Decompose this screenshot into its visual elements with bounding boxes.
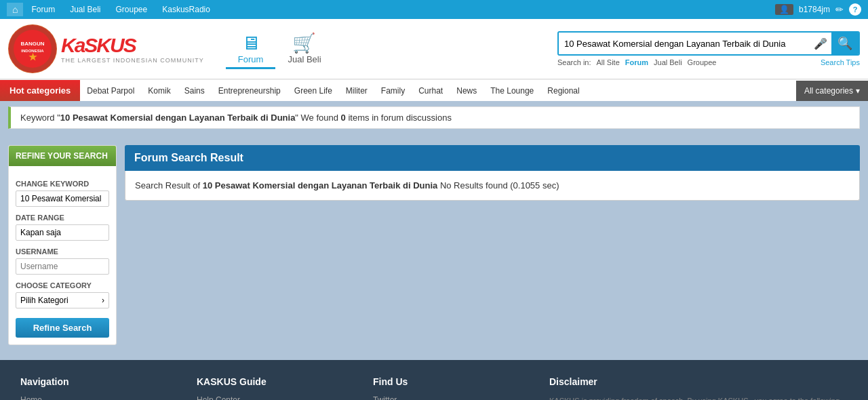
all-categories-button[interactable]: All categories ▾	[796, 81, 868, 101]
footer-twitter-link[interactable]: Twitter	[373, 395, 522, 400]
home-button[interactable]: ⌂	[7, 3, 23, 16]
cat-militer[interactable]: Militer	[339, 81, 374, 101]
edit-icon[interactable]: ✏	[835, 4, 844, 15]
username-label[interactable]: b1784jm	[799, 5, 830, 14]
search-button[interactable]: 🔍	[831, 33, 859, 54]
cat-regional[interactable]: Regional	[540, 81, 586, 101]
cat-debatparpol[interactable]: Debat Parpol	[80, 81, 141, 101]
top-nav-left: ⌂ Forum Jual Beli Groupee KaskusRadio	[7, 3, 217, 16]
footer-disclaimer: Disclaimer KASKUS is providing freedom o…	[549, 376, 848, 400]
cat-entrepreneurship[interactable]: Entrepreneurship	[212, 81, 288, 101]
refine-search-button[interactable]: Refine Search	[16, 318, 109, 338]
kaskus-logo: KaSKUS	[61, 34, 204, 57]
logo-area: BANGUN INDONESIA ★ KaSKUS THE LARGEST IN…	[8, 24, 204, 73]
refine-header: REFINE YOUR SEARCH	[9, 146, 116, 166]
cat-curhat[interactable]: Curhat	[412, 81, 450, 101]
svg-text:BANGUN: BANGUN	[20, 41, 44, 47]
search-in-label: Search in:	[557, 58, 591, 66]
search-keyword: 10 Pesawat Komersial dengan Layanan Terb…	[203, 180, 438, 191]
footer-findus: Find Us Twitter Facebook Youtube	[373, 376, 522, 400]
findus-title: Find Us	[373, 376, 522, 387]
category-placeholder: Pilih Kategori	[20, 296, 68, 305]
date-range-select-wrap: Kapan saja	[16, 224, 109, 241]
search-option-forum[interactable]: Forum	[625, 58, 648, 66]
username-input[interactable]	[16, 258, 109, 275]
header-nav-tabs: 🖥 Forum 🛒 Jual Beli	[226, 29, 334, 69]
cat-thelounge[interactable]: The Lounge	[484, 81, 540, 101]
footer: Navigation Home Forum Jual Beli KASKUS G…	[0, 360, 868, 400]
user-avatar: 👤	[775, 4, 793, 15]
cat-sains[interactable]: Sains	[178, 81, 212, 101]
category-button[interactable]: Pilih Kategori ›	[16, 292, 109, 308]
date-range-select[interactable]: Kapan saja	[16, 224, 109, 241]
category-items: Debat Parpol Komik Sains Entrepreneurshi…	[80, 81, 586, 101]
search-options: Search in: All Site Forum Jual Beli Grou…	[557, 58, 860, 66]
search-box: 🎤 🔍	[557, 31, 860, 56]
cat-komik[interactable]: Komik	[141, 81, 177, 101]
choose-category-label: CHOOSE CATEGORY	[16, 281, 109, 289]
search-option-allsite[interactable]: All Site	[597, 58, 620, 66]
footer-home-link[interactable]: Home	[20, 395, 170, 400]
banner-prefix: Keyword "	[20, 113, 60, 123]
all-cat-label: All categories	[804, 86, 853, 96]
chevron-right-icon: ›	[102, 296, 104, 305]
footer-guide: KASKUS Guide Help Center About Us Advert…	[197, 376, 346, 400]
main-content: REFINE YOUR SEARCH CHANGE KEYWORD DATE R…	[0, 137, 868, 353]
date-range-label: DATE RANGE	[16, 214, 109, 222]
disclaimer-title: Disclaimer	[549, 376, 848, 387]
tab-forum[interactable]: 🖥 Forum	[226, 29, 276, 69]
top-nav-kaskusradio[interactable]: KaskusRadio	[155, 3, 217, 16]
hot-categories-button[interactable]: Hot categories	[0, 80, 80, 101]
category-bar: Hot categories Debat Parpol Komik Sains …	[0, 79, 868, 101]
cat-greenlife[interactable]: Green Life	[288, 81, 339, 101]
sidebar-body: CHANGE KEYWORD DATE RANGE Kapan saja USE…	[9, 166, 116, 344]
sidebar: REFINE YOUR SEARCH CHANGE KEYWORD DATE R…	[8, 145, 117, 345]
tab-jualbeli[interactable]: 🛒 Jual Beli	[275, 29, 333, 69]
top-nav-forum[interactable]: Forum	[24, 3, 62, 16]
jualbeli-icon: 🛒	[292, 32, 316, 54]
no-results-text: No Results found (0.1055 sec)	[440, 180, 559, 191]
navigation-title: Navigation	[20, 376, 170, 387]
jualbeli-tab-label: Jual Beli	[288, 54, 321, 64]
top-nav-jualbeli[interactable]: Jual Beli	[63, 3, 107, 16]
header: BANGUN INDONESIA ★ KaSKUS THE LARGEST IN…	[0, 19, 868, 79]
cat-news[interactable]: News	[450, 81, 484, 101]
search-option-jualbeli[interactable]: Jual Beli	[654, 58, 682, 66]
forum-icon: 🖥	[241, 32, 260, 54]
keyword-banner-wrap: Keyword "10 Pesawat Komersial dengan Lay…	[0, 106, 868, 129]
keyword-label: CHANGE KEYWORD	[16, 180, 109, 188]
help-icon[interactable]: ?	[849, 3, 861, 16]
footer-helpcenter-link[interactable]: Help Center	[197, 395, 346, 400]
chevron-down-icon: ▾	[856, 86, 860, 96]
search-input[interactable]	[559, 33, 810, 54]
banner-count: 0	[341, 113, 346, 123]
footer-navigation: Navigation Home Forum Jual Beli	[20, 376, 170, 400]
search-tips-link[interactable]: Search Tips	[821, 58, 860, 66]
results-area: Forum Search Result Search Result of 10 …	[125, 145, 860, 345]
top-nav-groupee[interactable]: Groupee	[109, 3, 155, 16]
top-bar: ⌂ Forum Jual Beli Groupee KaskusRadio 👤 …	[0, 0, 868, 19]
guide-title: KASKUS Guide	[197, 376, 346, 387]
search-result-of-label: Search Result of	[135, 180, 203, 191]
keyword-banner: Keyword "10 Pesawat Komersial dengan Lay…	[8, 106, 860, 129]
search-option-groupee[interactable]: Groupee	[688, 58, 717, 66]
logo-circle: BANGUN INDONESIA ★	[8, 24, 57, 73]
forum-tab-label: Forum	[238, 54, 264, 64]
banner-end: items in forum discussions	[346, 113, 452, 123]
cat-family[interactable]: Family	[374, 81, 412, 101]
tagline: THE LARGEST INDONESIAN COMMUNITY	[61, 57, 204, 64]
search-area: 🎤 🔍 Search in: All Site Forum Jual Beli …	[557, 31, 860, 66]
top-nav-right: 👤 b1784jm ✏ ?	[775, 3, 861, 16]
banner-keyword: 10 Pesawat Komersial dengan Layanan Terb…	[60, 113, 296, 123]
results-header: Forum Search Result	[125, 145, 860, 171]
logo-text: KaSKUS THE LARGEST INDONESIAN COMMUNITY	[61, 34, 204, 64]
username-label: USERNAME	[16, 247, 109, 256]
disclaimer-text: KASKUS is providing freedom of speech. B…	[549, 395, 848, 400]
results-body: Search Result of 10 Pesawat Komersial de…	[125, 171, 860, 201]
svg-text:★: ★	[28, 52, 37, 62]
banner-suffix: " We found	[295, 113, 340, 123]
keyword-input[interactable]	[16, 191, 109, 207]
mic-icon[interactable]: 🎤	[810, 37, 831, 50]
